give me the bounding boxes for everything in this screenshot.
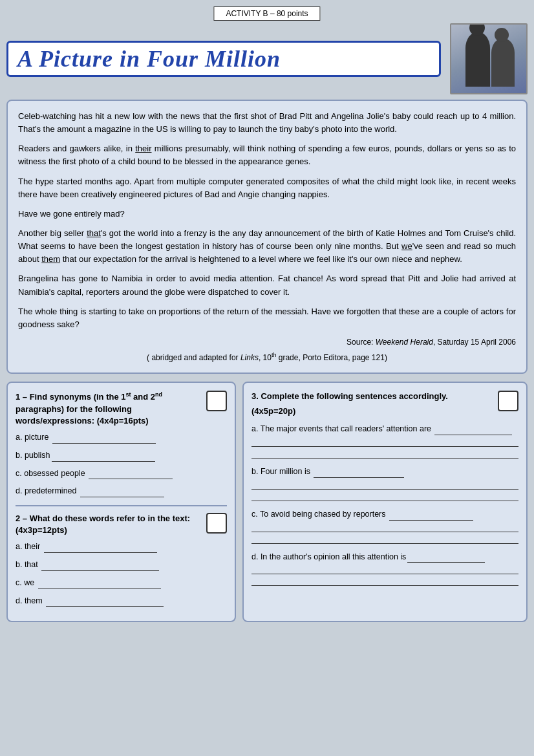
exercise2-label-b: b. that — [16, 560, 40, 569]
exercise1-item-a: a. picture — [16, 431, 227, 444]
exercise3-item-c: c. To avoid being chased by reporters — [251, 508, 518, 544]
exercise1-header: 1 – Find synonyms (in the 1st and 2nd pa… — [16, 391, 227, 427]
article-para-3: The hype started months ago. Apart from … — [18, 175, 516, 201]
exercise1-line-a[interactable] — [52, 431, 156, 444]
exercise1-item-d: d. predetermined — [16, 484, 227, 497]
exercise2-item-d: d. them — [16, 594, 227, 607]
exercise3-score-box — [498, 391, 518, 411]
article-box: Celeb-watching has hit a new low with th… — [6, 100, 528, 374]
exercise3-header: 3. Complete the following sentences acco… — [251, 391, 518, 402]
exercise1-line-d[interactable] — [80, 484, 164, 497]
underline-we: we — [401, 241, 412, 251]
exercise1-label-b: b. publish — [16, 451, 50, 460]
exercise2-title: 2 – What do these words refer to in the … — [16, 513, 190, 523]
article-para-1: Celeb-watching has hit a new low with th… — [18, 110, 516, 136]
title-photo-row: A Picture in Four Million — [6, 23, 528, 94]
exercise3-label-a: a. The major events that call readers' a… — [251, 424, 512, 433]
exercise3-item-b: b. Four million is — [251, 465, 518, 501]
exercise3-line-d1[interactable] — [407, 550, 485, 563]
exercise3-item-a: a. The major events that call readers' a… — [251, 422, 518, 459]
article-para-5: Another big seller that's got the world … — [18, 227, 516, 266]
exercise3-line-d3[interactable] — [251, 577, 518, 586]
exercise3-line-a2[interactable] — [251, 438, 518, 447]
photo-silhouette — [451, 25, 526, 93]
exercise2-line-a[interactable] — [44, 540, 157, 553]
adapted-line: ( abridged and adapted for Links, 10th g… — [18, 351, 516, 364]
exercise2-score-box — [206, 513, 227, 534]
exercise2-header: 2 – What do these words refer to in the … — [16, 513, 227, 536]
exercise3-item-d: d. In the author's opinion all this atte… — [251, 550, 518, 587]
exercise3-title: 3. Complete the following sentences acco… — [251, 391, 448, 401]
exercise2-item-a: a. their — [16, 540, 227, 553]
exercise3-line-d2[interactable] — [251, 565, 518, 574]
exercise1-label-c: c. obsessed people — [16, 469, 87, 478]
exercise1-score-box — [206, 391, 227, 411]
exercise3-line-b3[interactable] — [251, 492, 518, 501]
exercise3-label-c: c. To avoid being chased by reporters — [251, 510, 473, 519]
exercise3-line-b1[interactable] — [314, 465, 404, 478]
underline-that: that — [87, 228, 101, 238]
exercises-row: 1 – Find synonyms (in the 1st and 2nd pa… — [6, 382, 528, 622]
exercise3-line-a3[interactable] — [251, 449, 518, 459]
exercise3-line-c3[interactable] — [251, 535, 518, 544]
section-divider — [16, 505, 227, 506]
exercise1-line-b[interactable] — [52, 449, 155, 462]
exercise3-line-c1[interactable] — [389, 508, 473, 521]
exercise1-label-a: a. picture — [16, 433, 51, 442]
exercise2-label-a: a. their — [16, 542, 43, 551]
exercise2-item-b: b. that — [16, 558, 227, 571]
exercise3-label-b: b. Four million is — [251, 467, 404, 476]
article-para-4: Have we gone entirely mad? — [18, 208, 516, 221]
article-wrapper: Celeb-watching has hit a new low with th… — [6, 100, 528, 382]
right-exercise-column: 3. Complete the following sentences acco… — [242, 382, 528, 622]
exercise2-item-c: c. we — [16, 576, 227, 589]
article-para-7: The whole thing is starting to take on p… — [18, 305, 516, 331]
exercise1-item-c: c. obsessed people — [16, 467, 227, 480]
article-para-6: Brangelina has gone to Namibia in order … — [18, 272, 516, 298]
exercise3-line-c2[interactable] — [251, 523, 518, 532]
page: ACTIVITY B – 80 points A Picture in Four… — [6, 6, 528, 622]
exercise2-line-d[interactable] — [46, 594, 164, 607]
exercise3-line-a1[interactable] — [434, 422, 512, 435]
article-para-2: Readers and gawkers alike, in their mill… — [18, 142, 516, 168]
source-publication: Weekend Herald — [376, 338, 433, 347]
header: ACTIVITY B – 80 points A Picture in Four… — [6, 6, 528, 94]
book-title: Links — [240, 353, 259, 362]
article-title: A Picture in Four Million — [6, 41, 441, 77]
exercise2-line-b[interactable] — [41, 558, 159, 571]
figure-left — [465, 32, 490, 87]
underline-their: their — [135, 144, 151, 153]
exercise2-label-c: c. we — [16, 578, 37, 587]
exercise3-subtitle: (4x5p=20p) — [251, 406, 518, 416]
exercise2-label-d: d. them — [16, 596, 45, 605]
figure-right — [491, 38, 515, 87]
exercise1-line-c[interactable] — [89, 467, 173, 480]
exercise1-item-b: b. publish — [16, 449, 227, 462]
source-line: Source: Weekend Herald, Saturday 15 Apri… — [18, 336, 516, 349]
exercise1-label-d: d. predetermined — [16, 486, 79, 495]
exercise2-subtitle: (4x3p=12pts) — [16, 525, 67, 535]
exercise3-line-b2[interactable] — [251, 481, 518, 490]
left-exercise-column: 1 – Find synonyms (in the 1st and 2nd pa… — [6, 382, 236, 622]
underline-them: them — [41, 254, 60, 264]
celebrity-photo — [450, 23, 528, 94]
exercise3-label-d: d. In the author's opinion all this atte… — [251, 552, 485, 561]
exercise1-title: 1 – Find synonyms (in the 1st and 2nd pa… — [16, 392, 162, 425]
exercise2-line-c[interactable] — [38, 576, 161, 589]
activity-badge: ACTIVITY B – 80 points — [213, 6, 320, 21]
